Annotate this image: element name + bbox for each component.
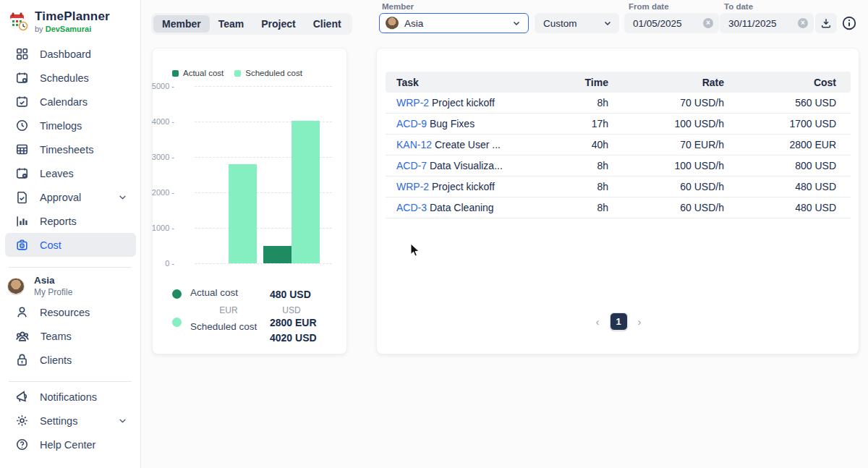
app-subtitle: by DevSamurai bbox=[35, 25, 110, 33]
col-time: Time bbox=[542, 77, 608, 88]
task-code-link[interactable]: ACD-3 bbox=[396, 202, 427, 213]
team-group-icon bbox=[15, 329, 30, 344]
next-page-chevron-icon[interactable]: › bbox=[638, 316, 642, 327]
clear-icon[interactable]: × bbox=[703, 18, 713, 28]
sidebar-item-dashboard[interactable]: Dashboard bbox=[5, 42, 136, 66]
to-date-input[interactable]: 30/11/2025 × bbox=[720, 13, 814, 33]
profile-avatar bbox=[7, 278, 25, 295]
y-axis-tick-label: 4000 - bbox=[145, 117, 174, 126]
task-code-link[interactable]: WRP-2 bbox=[396, 97, 429, 109]
gridline bbox=[195, 86, 332, 87]
y-axis-tick-label: 3000 - bbox=[145, 153, 174, 161]
col-task: Task bbox=[396, 77, 542, 88]
to-date-label: To date bbox=[724, 2, 753, 11]
task-cell: ACD-3 Data Cleaning bbox=[396, 202, 542, 213]
reports-bar-chart-icon bbox=[15, 214, 29, 228]
chevron-down-icon bbox=[118, 416, 127, 425]
clear-icon[interactable]: × bbox=[798, 18, 808, 28]
clock-icon bbox=[15, 119, 29, 132]
member-select-value: Asia bbox=[404, 18, 506, 29]
prev-page-chevron-icon[interactable]: ‹ bbox=[596, 316, 600, 327]
calendar-logo-icon bbox=[9, 12, 28, 31]
dashboard-icon bbox=[15, 47, 29, 61]
time-cell: 8h bbox=[542, 181, 608, 192]
sidebar-item-notifications[interactable]: Notifications bbox=[5, 385, 136, 409]
profile-item[interactable]: Asia My Profile bbox=[0, 269, 141, 304]
profile-subtitle: My Profile bbox=[34, 287, 72, 298]
y-axis-tick-label: 1000 - bbox=[145, 224, 174, 232]
scheduled-cost-value: 2800 EUR4020 USD bbox=[270, 315, 317, 346]
megaphone-icon bbox=[15, 390, 29, 404]
task-code-link[interactable]: ACD-9 bbox=[396, 118, 427, 129]
task-code-link[interactable]: ACD-7 bbox=[396, 160, 427, 171]
summary-scheduled-row: Scheduled cost 2800 EUR4020 USD bbox=[172, 315, 331, 346]
chart-summary: Actual cost 480 USD Scheduled cost 2800 … bbox=[172, 287, 331, 359]
table-row[interactable]: ACD-3 Data Cleaning 8h 60 USD/h 480 USD bbox=[386, 197, 851, 218]
download-button[interactable] bbox=[815, 13, 837, 33]
table-row[interactable]: KAN-12 Create User ... 40h 70 EUR/h 2800… bbox=[386, 135, 851, 156]
from-date-value: 01/05/2025 bbox=[633, 18, 682, 29]
date-range-select[interactable]: Custom bbox=[535, 13, 619, 33]
sidebar-item-calendars[interactable]: Calendars bbox=[5, 90, 136, 114]
scheduled-cost-bar-USD[interactable] bbox=[292, 121, 320, 263]
tab-member[interactable]: Member bbox=[153, 15, 210, 33]
tab-team[interactable]: Team bbox=[210, 15, 253, 33]
time-cell: 8h bbox=[542, 97, 608, 109]
rate-cell: 60 USD/h bbox=[608, 202, 724, 213]
app-logo[interactable]: TimePlanner by DevSamurai bbox=[0, 0, 140, 39]
info-button[interactable] bbox=[841, 15, 857, 31]
sidebar-item-timesheets[interactable]: Timesheets bbox=[5, 137, 136, 161]
chart-legend: Actual cost Scheduled cost bbox=[172, 69, 302, 77]
actual-cost-value: 480 USD bbox=[270, 287, 311, 302]
sidebar-item-schedules[interactable]: Schedules bbox=[5, 66, 136, 90]
cost-cell: 2800 EUR bbox=[724, 139, 836, 150]
sidebar-item-resources[interactable]: Resources bbox=[5, 300, 136, 324]
member-select[interactable]: Asia bbox=[379, 13, 529, 33]
task-code-link[interactable]: KAN-12 bbox=[396, 139, 432, 150]
sidebar-item-settings[interactable]: Settings bbox=[5, 409, 136, 433]
download-icon bbox=[820, 17, 832, 29]
scheduled-cost-bar-EUR[interactable] bbox=[229, 164, 257, 263]
cost-table-card: Task Time Rate Cost WRP-2 Project kickof… bbox=[376, 48, 859, 354]
pagination: ‹ 1 › bbox=[377, 312, 860, 331]
scope-tab-group: Member Team Project Client bbox=[151, 13, 352, 35]
gridline bbox=[195, 263, 332, 264]
app-title: TimePlanner bbox=[35, 9, 110, 24]
col-rate: Rate bbox=[608, 77, 724, 88]
schedule-calendar-plus-icon bbox=[15, 71, 29, 85]
col-cost: Cost bbox=[724, 77, 836, 88]
scheduled-legend-swatch bbox=[234, 70, 241, 77]
sidebar-item-teams[interactable]: Teams bbox=[5, 324, 136, 348]
rate-cell: 70 EUR/h bbox=[608, 139, 724, 150]
chart-plot-area: 0 -1000 -2000 -3000 -4000 -5000 - EURUSD bbox=[153, 86, 348, 263]
info-icon bbox=[841, 15, 857, 31]
rate-cell: 60 USD/h bbox=[608, 181, 724, 192]
time-cell: 40h bbox=[542, 139, 608, 150]
sidebar-item-leaves[interactable]: Leaves bbox=[5, 161, 136, 185]
summary-actual-row: Actual cost 480 USD bbox=[172, 287, 331, 302]
cost-cell: 560 USD bbox=[724, 97, 836, 109]
table-row[interactable]: WRP-2 Project kickoff 8h 60 USD/h 480 US… bbox=[386, 176, 851, 197]
tab-client[interactable]: Client bbox=[305, 15, 350, 33]
task-code-link[interactable]: WRP-2 bbox=[396, 181, 429, 192]
table-row[interactable]: ACD-9 Bug Fixes 17h 100 USD/h 1700 USD bbox=[386, 114, 851, 135]
actual-cost-bar-USD[interactable] bbox=[263, 246, 292, 263]
sidebar-item-approval[interactable]: Approval bbox=[5, 185, 136, 209]
from-date-input[interactable]: 01/05/2025 × bbox=[624, 13, 719, 33]
current-page-button[interactable]: 1 bbox=[610, 312, 628, 331]
profile-name: Asia bbox=[34, 275, 72, 287]
table-row[interactable]: ACD-7 Data Visualiza... 8h 100 USD/h 800… bbox=[386, 156, 851, 176]
cost-bag-icon bbox=[15, 238, 29, 252]
leave-calendar-minus-icon bbox=[15, 166, 29, 180]
scheduled-dot-icon bbox=[172, 318, 182, 327]
timesheet-grid-icon bbox=[15, 142, 29, 156]
tab-project[interactable]: Project bbox=[252, 15, 304, 33]
time-cell: 17h bbox=[542, 118, 608, 129]
sidebar-item-reports[interactable]: Reports bbox=[5, 209, 136, 233]
rate-cell: 100 USD/h bbox=[608, 160, 724, 171]
table-row[interactable]: WRP-2 Project kickoff 8h 70 USD/h 560 US… bbox=[386, 93, 851, 114]
sidebar-item-clients[interactable]: Clients bbox=[5, 348, 136, 372]
sidebar-item-timelogs[interactable]: Timelogs bbox=[5, 114, 136, 137]
sidebar-item-cost[interactable]: Cost bbox=[5, 233, 136, 257]
sidebar-item-help-center[interactable]: Help Center bbox=[5, 433, 136, 456]
